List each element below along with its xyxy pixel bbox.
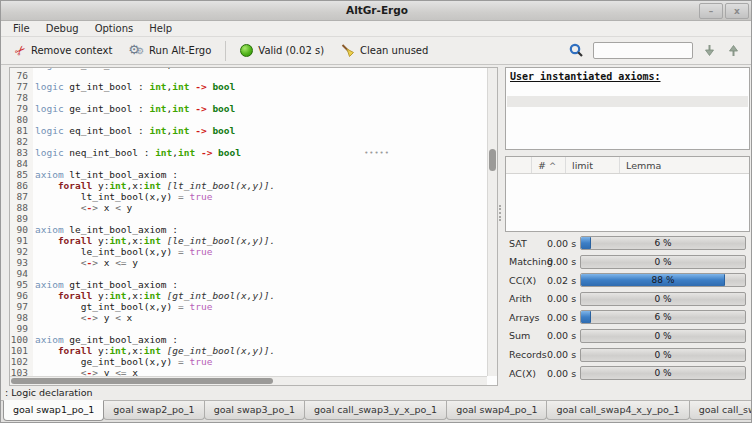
- code-line[interactable]: 99: [10, 323, 487, 334]
- stat-row-arrays: Arrays0.00 s6 %: [505, 310, 750, 324]
- broom-icon: [340, 43, 355, 58]
- search-prev-icon[interactable]: [726, 43, 741, 58]
- stat-label: Arith: [505, 293, 547, 304]
- tab-goal-swap2_po_1[interactable]: goal swap2_po_1: [103, 401, 204, 420]
- code-line[interactable]: 79logic ge_int_bool : int,int -> bool: [10, 103, 487, 114]
- column-blank[interactable]: [506, 157, 532, 173]
- code-text: forall y:int,x:int [ge_int_bool(x,y)].: [33, 345, 275, 356]
- workspace: 75logic lt_int_bool : int,int -> bool767…: [1, 65, 752, 387]
- column-limit[interactable]: limit: [566, 157, 620, 173]
- window-title: AltGr-Ergo: [1, 4, 752, 16]
- run-alt-ergo-button[interactable]: ⚙⚙ Run Alt-Ergo: [122, 40, 217, 61]
- code-line[interactable]: 84: [10, 158, 487, 169]
- axioms-selected-row[interactable]: [507, 96, 748, 107]
- stat-progress-bar: 0 %: [580, 348, 746, 362]
- code-line[interactable]: 101 forall y:int,x:int [ge_int_bool(x,y)…: [10, 345, 487, 356]
- code-line[interactable]: 94: [10, 268, 487, 279]
- lemma-table-body[interactable]: [506, 174, 749, 232]
- stat-row-arith: Arith0.00 s0 %: [505, 292, 750, 306]
- instantiated-axioms-panel[interactable]: User instantiated axioms:: [505, 67, 750, 150]
- stat-percent-label: 6 %: [581, 238, 745, 248]
- line-number: 97: [10, 301, 33, 312]
- code-line[interactable]: 77logic gt_int_bool : int,int -> bool: [10, 81, 487, 92]
- editor-vertical-scrollbar[interactable]: [487, 68, 497, 376]
- code-editor[interactable]: 75logic lt_int_bool : int,int -> bool767…: [9, 67, 498, 386]
- code-line[interactable]: 93 <-> x <= y: [10, 257, 487, 268]
- clean-unused-button[interactable]: Clean unused: [334, 40, 434, 61]
- clean-unused-label: Clean unused: [360, 45, 428, 56]
- menu-item-debug[interactable]: Debug: [38, 22, 87, 35]
- stat-time: 0.00 s: [547, 256, 580, 267]
- hscroll-thumb[interactable]: [11, 378, 273, 384]
- tab-goal-swap4_po_1[interactable]: goal swap4_po_1: [446, 401, 547, 420]
- code-line[interactable]: 102 ge_int_bool(x,y) = true: [10, 356, 487, 367]
- code-line[interactable]: 87 lt_int_bool(x,y) = true: [10, 191, 487, 202]
- menu-item-file[interactable]: File: [5, 22, 38, 35]
- code-line[interactable]: 100axiom ge_int_bool_axiom :: [10, 334, 487, 345]
- search-icon: [569, 43, 584, 58]
- tab-goal-swap1_po_1[interactable]: goal swap1_po_1: [3, 400, 104, 421]
- code-line[interactable]: 92 le_int_bool(x,y) = true: [10, 246, 487, 257]
- editor-horizontal-scrollbar[interactable]: [10, 376, 487, 385]
- code-viewport[interactable]: 75logic lt_int_bool : int,int -> bool767…: [10, 68, 487, 376]
- code-line[interactable]: 98 <-> y < x: [10, 312, 487, 323]
- sort-asc-icon: ^: [549, 161, 556, 171]
- remove-context-label: Remove context: [31, 45, 112, 56]
- column-lemma[interactable]: Lemma: [620, 157, 749, 173]
- remove-context-button[interactable]: ✂ Remove context: [9, 40, 118, 61]
- line-number: 84: [10, 158, 33, 169]
- code-line[interactable]: 96 forall y:int,x:int [gt_int_bool(x,y)]…: [10, 290, 487, 301]
- search-next-icon[interactable]: [702, 43, 717, 58]
- code-line[interactable]: 97 gt_int_bool(x,y) = true: [10, 301, 487, 312]
- menu-item-help[interactable]: Help: [141, 22, 180, 35]
- menu-item-options[interactable]: Options: [87, 22, 142, 35]
- code-line[interactable]: 89: [10, 213, 487, 224]
- code-text: logic gt_int_bool : int,int -> bool: [33, 81, 235, 92]
- code-line[interactable]: 91 forall y:int,x:int [le_int_bool(x,y)]…: [10, 235, 487, 246]
- stat-percent-label: 0 %: [581, 331, 745, 341]
- code-line[interactable]: 82: [10, 136, 487, 147]
- stat-time: 0.00 s: [547, 238, 580, 249]
- tab-goal-call_swap4_x_y_po_1[interactable]: goal call_swap4_x_y_po_1: [546, 401, 689, 420]
- stat-row-matching: Matching0.00 s0 %: [505, 255, 750, 269]
- stat-progress-bar: 0 %: [580, 255, 746, 269]
- column-number[interactable]: #^: [532, 157, 566, 173]
- code-line[interactable]: 95axiom gt_int_bool_axiom :: [10, 279, 487, 290]
- code-text: <-> x < y: [33, 202, 132, 213]
- stat-label: Records: [505, 349, 547, 360]
- code-text: lt_int_bool(x,y) = true: [33, 191, 212, 202]
- code-line[interactable]: 85axiom lt_int_bool_axiom :: [10, 169, 487, 180]
- tab-goal-call_swap3_y_x_po_1[interactable]: goal call_swap3_y_x_po_1: [304, 401, 447, 420]
- code-line[interactable]: 76: [10, 70, 487, 81]
- stat-label: Sum: [505, 330, 547, 341]
- line-number: 79: [10, 103, 33, 114]
- code-line[interactable]: 81logic eq_int_bool : int,int -> bool: [10, 125, 487, 136]
- code-line[interactable]: 80: [10, 114, 487, 125]
- tab-goal-call_swap4_y_x_po_1[interactable]: goal call_swap4_y_x_po_1: [689, 401, 752, 420]
- line-number: 88: [10, 202, 33, 213]
- search-input[interactable]: [593, 42, 693, 59]
- tab-goal-swap3_po_1[interactable]: goal swap3_po_1: [204, 401, 305, 420]
- code-text: ge_int_bool(x,y) = true: [33, 356, 212, 367]
- stat-row-acx: AC(X)0.00 s0 %: [505, 366, 750, 380]
- code-line[interactable]: 86 forall y:int,x:int [lt_int_bool(x,y)]…: [10, 180, 487, 191]
- stat-row-sat: SAT0.00 s6 %: [505, 236, 750, 250]
- vertical-splitter-grip[interactable]: [499, 205, 503, 221]
- stat-progress-bar: 0 %: [580, 292, 746, 306]
- code-line[interactable]: 90axiom le_int_bool_axiom :: [10, 224, 487, 235]
- valid-status: Valid (0.02 s): [234, 41, 330, 60]
- code-text: <-> x <= y: [33, 257, 138, 268]
- minimize-button[interactable]: –: [699, 3, 723, 19]
- line-number: 76: [10, 70, 33, 81]
- stat-progress-bar: 6 %: [580, 310, 746, 324]
- stat-time: 0.00 s: [547, 330, 580, 341]
- close-button[interactable]: x: [725, 3, 749, 19]
- code-text: [33, 70, 35, 81]
- code-text: axiom le_int_bool_axiom :: [33, 224, 178, 235]
- code-text: [33, 158, 35, 169]
- code-line[interactable]: 88 <-> x < y: [10, 202, 487, 213]
- code-line[interactable]: 78: [10, 92, 487, 103]
- column-number-label: #: [538, 160, 546, 171]
- stat-percent-label: 0 %: [581, 257, 745, 267]
- code-line[interactable]: 103 <-> y <= x: [10, 367, 487, 376]
